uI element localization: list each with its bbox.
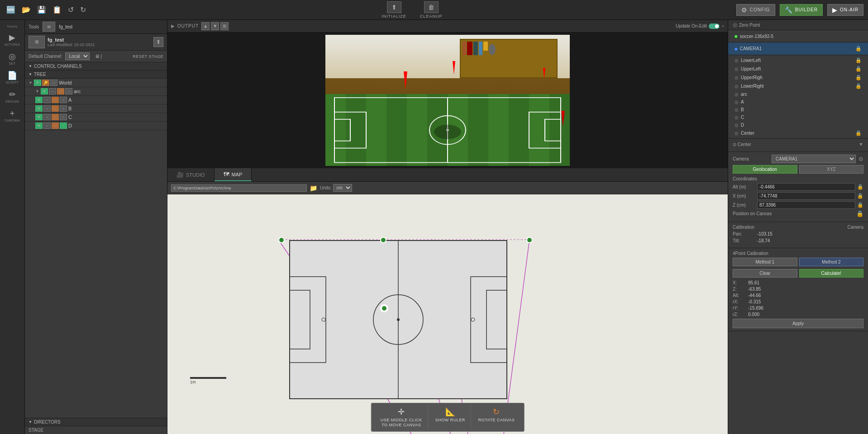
action-btns: Clear Calculate! <box>733 269 863 278</box>
pos-by-xyz[interactable]: XYZ <box>799 165 864 174</box>
cal-item-arc[interactable]: ◎ arc <box>733 90 863 98</box>
top-icons: 🆕 📂 💾 📋 ↺ ↻ <box>5 5 88 15</box>
units-select[interactable]: cm m <box>333 184 352 192</box>
cal-ll-label: LowerLeft <box>741 58 761 63</box>
position-on-canvas-row: Position on Canvas 🔒 <box>733 210 863 217</box>
output-arrow[interactable]: ▶ <box>171 24 175 28</box>
move-canvas-button[interactable]: ✛ USE MIDDLE CLICKTO MOVE CANVAS <box>375 405 428 429</box>
map-path-input[interactable] <box>171 184 307 192</box>
calibration-values-section: Calibration Camera Pan: -103.15 Tilt: -1… <box>728 222 868 248</box>
calculate-button[interactable]: Calculate! <box>799 269 864 278</box>
output-btn-1[interactable]: ▲ <box>201 22 210 30</box>
save-as-icon[interactable]: 📋 <box>51 5 63 15</box>
tree-key-icon: 🔑 <box>42 80 49 86</box>
tree-item-world[interactable]: ▼ 👁 🔑 □ World <box>25 79 167 87</box>
cleanup-button[interactable]: 🗑 CLEANUP <box>420 1 443 19</box>
pan-row: Pan: -103.15 <box>733 231 863 236</box>
config-button[interactable]: ⚙ CONFIG <box>736 4 775 16</box>
initialize-button[interactable]: ⬆ INITIALIZE <box>382 1 406 19</box>
reset-stage-button[interactable]: RESET STAGE <box>133 54 163 59</box>
pos-by-geolocation[interactable]: Geolocation <box>733 165 797 174</box>
new-icon[interactable]: 🆕 <box>5 5 17 15</box>
cal-item-lowerright[interactable]: ◎ LowerRight 🔒 <box>733 82 863 90</box>
sidebar-actions-btn[interactable]: ▶ ACTIONS <box>2 30 22 48</box>
xyz-rx-value: -0.315 <box>748 299 863 304</box>
left-sidebar: Tools ▶ ACTIONS ◎ SET 📄 SCRIPT ✏ DESIGN … <box>0 20 25 434</box>
save-icon[interactable]: 💾 <box>35 5 48 15</box>
coord-x-input[interactable] <box>757 192 855 200</box>
builder-button[interactable]: 🔧 BUILDER <box>780 4 823 16</box>
map-studio-tabs: 🎥 STUDIO 🗺 MAP <box>167 168 728 182</box>
center-expand-icon[interactable]: ▼ <box>858 142 863 147</box>
control-pt-tl[interactable] <box>278 237 285 243</box>
tree-item-arc[interactable]: ▼ 👁 ↔ □ ○ arc <box>25 87 167 96</box>
cal-item-upperleft[interactable]: ◎ UpperLeft 🔒 <box>733 65 863 73</box>
cal-item-b[interactable]: ◎ B <box>733 106 863 113</box>
output-btn-2[interactable]: ▼ <box>211 22 219 30</box>
coord-z-input[interactable] <box>757 201 855 209</box>
tab-studio[interactable]: 🎥 STUDIO <box>167 168 215 181</box>
zero-point-icon: ◎ <box>733 22 737 28</box>
browse-icon[interactable]: 📁 <box>310 184 317 192</box>
sidebar-set-btn[interactable]: ◎ SET <box>2 49 22 67</box>
open-icon[interactable]: 📂 <box>20 5 33 15</box>
fg-upload-button[interactable]: ⬆ <box>153 37 163 47</box>
tools-bar: Tools 🖼 fg_test <box>25 20 167 34</box>
main-layout: Tools ▶ ACTIONS ◎ SET 📄 SCRIPT ✏ DESIGN … <box>0 20 868 434</box>
redo-icon[interactable]: ↻ <box>78 5 88 15</box>
camera-gear-icon[interactable]: ⚙ <box>858 156 863 162</box>
tree-item-b[interactable]: 👁 ↔ □ ○ B <box>25 104 167 113</box>
cal-item-c[interactable]: ◎ C <box>733 113 863 121</box>
map-area[interactable]: 📁 Units: cm m <box>167 182 728 434</box>
xyz-rz-label: rZ: <box>733 312 746 317</box>
camera1-item[interactable]: ■ CAMERA1 🔒 <box>733 44 863 53</box>
cal-c-icon: ◎ <box>734 115 739 120</box>
fg-date: Last Modified: 15-02-2021 <box>48 42 151 47</box>
tree-box-icon-d: □ <box>52 123 59 129</box>
coord-alt-input[interactable] <box>757 183 855 191</box>
sidebar-script-btn[interactable]: 📄 SCRIPT <box>2 68 22 86</box>
control-pt-center[interactable] <box>380 304 388 312</box>
show-ruler-button[interactable]: 📐 SHOW RULER <box>430 405 471 429</box>
cal-item-center[interactable]: ◎ Center 🔒 <box>733 129 863 137</box>
cal-item-lowerleft[interactable]: ◎ LowerLeft 🔒 <box>733 56 863 65</box>
cal-ur-icon: ◎ <box>734 75 739 80</box>
scene-item[interactable]: ■ soccer-136x92-5 <box>733 32 863 40</box>
fg-thumbnail: 🖼 <box>43 22 55 32</box>
rotate-canvas-icon: ↻ <box>493 407 500 417</box>
clear-button[interactable]: Clear <box>733 269 797 278</box>
tree-header[interactable]: ▼ TREE <box>25 71 167 79</box>
control-channels-header[interactable]: ▼ CONTROL CHANNELS <box>25 62 167 71</box>
tree-item-d[interactable]: 👁 ↔ □ ○ D <box>25 122 167 130</box>
channel-select[interactable]: Local <box>65 52 90 60</box>
method1-button[interactable]: Method 1 <box>733 258 797 266</box>
directors-header[interactable]: ▼ DIRECTORS <box>25 418 167 426</box>
update-on-edit-toggle[interactable] <box>709 24 720 29</box>
sidebar-design-btn[interactable]: ✏ DESIGN <box>2 87 22 105</box>
top-bar: 🆕 📂 💾 📋 ↺ ↻ ⬆ INITIALIZE 🗑 CLEANUP ⚙ CON… <box>0 0 868 20</box>
control-pt-tc[interactable] <box>380 237 386 243</box>
tilt-row: Tilt: -18.74 <box>733 238 863 243</box>
cal-item-a[interactable]: ◎ A <box>733 98 863 106</box>
video-inner <box>325 35 570 166</box>
tab-map[interactable]: 🗺 MAP <box>215 168 252 181</box>
sidebar-chroma-btn[interactable]: + CHROMA <box>2 106 22 124</box>
tree-item-c[interactable]: 👁 ↔ □ ○ C <box>25 113 167 122</box>
cal-item-upperright[interactable]: ◎ UpperRigh 🔒 <box>733 73 863 82</box>
tree-item-a[interactable]: 👁 ↔ □ ○ A <box>25 96 167 104</box>
cal-b-label: B <box>741 107 744 112</box>
tree-arc-label: arc <box>74 89 81 94</box>
rotate-canvas-button[interactable]: ↻ ROTATE CANVAS <box>473 405 520 429</box>
camera1-label: CAMERA1 <box>740 46 762 51</box>
on-air-button[interactable]: ▶ ON-AIR <box>827 4 863 16</box>
camera-select[interactable]: CAMERA1 <box>772 155 856 163</box>
undo-icon[interactable]: ↺ <box>66 5 76 15</box>
output-btn-3[interactable]: ⊞ <box>220 22 229 30</box>
control-pt-tr[interactable] <box>526 237 533 243</box>
calibration-center-section: ⊙ Center ▼ <box>728 139 868 152</box>
scale-label: 1m <box>190 380 196 384</box>
method2-button[interactable]: Method 2 <box>799 258 864 266</box>
apply-button[interactable]: Apply <box>733 319 863 328</box>
cal-item-d[interactable]: ◎ D <box>733 121 863 129</box>
svg-point-25 <box>397 318 400 321</box>
